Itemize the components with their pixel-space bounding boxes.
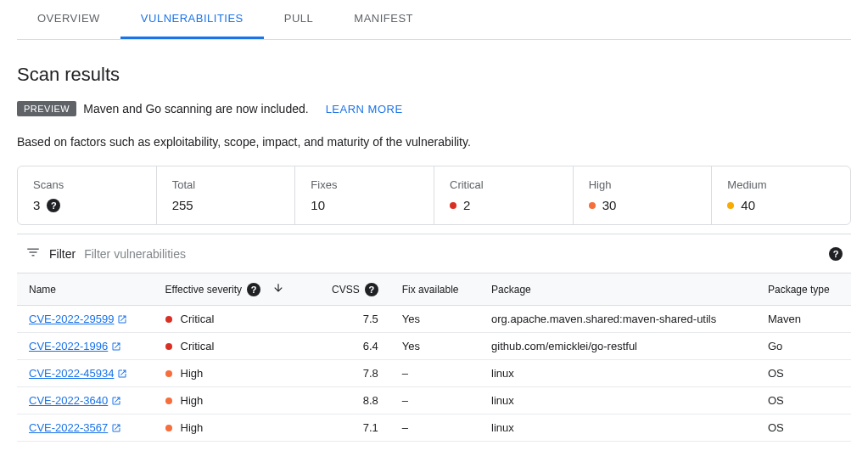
package-type-value: OS [756, 387, 851, 414]
stat-high: High 30 [574, 166, 713, 224]
severity-text: High [181, 367, 204, 380]
table-row: CVE-2021-3864 High7–linuxOS [17, 442, 851, 452]
filter-input[interactable] [84, 247, 820, 261]
cve-link[interactable]: CVE-2022-3640 [29, 394, 121, 407]
stat-critical: Critical 2 [434, 166, 574, 224]
preview-badge: PREVIEW [17, 101, 76, 116]
col-name[interactable]: Name [17, 273, 154, 306]
severity-cell: High [165, 421, 300, 434]
package-value: org.apache.maven.shared:maven-shared-uti… [479, 306, 756, 333]
severity-dot-icon [165, 343, 172, 350]
stat-value: 3 [33, 198, 40, 212]
preview-banner: PREVIEW Maven and Go scanning are now in… [17, 101, 851, 116]
table-row: CVE-2022-45934 High7.8–linuxOS [17, 360, 851, 387]
cvss-value: 7 [312, 442, 390, 452]
col-cvss-label: CVSS [332, 284, 360, 296]
help-icon[interactable]: ? [365, 283, 378, 296]
table-row: CVE-2022-29599 Critical7.5Yesorg.apache.… [17, 306, 851, 333]
filter-bar: Filter ? [17, 234, 851, 273]
package-value: github.com/emicklei/go-restful [479, 333, 756, 360]
stats-card: Scans 3 ? Total 255 Fixes 10 Critical 2 … [17, 166, 851, 225]
fix-value: – [390, 442, 479, 452]
vulnerabilities-table: Name Effective severity ? CVSS ? Fix ava… [17, 273, 851, 451]
fix-value: – [390, 387, 479, 414]
stat-scans: Scans 3 ? [18, 166, 157, 224]
package-type-value: OS [756, 414, 851, 442]
stat-fixes: Fixes 10 [295, 166, 434, 224]
cvss-value: 8.8 [312, 387, 390, 414]
fix-value: – [390, 360, 479, 387]
severity-dot-critical-icon [450, 202, 456, 209]
stat-label: Critical [450, 178, 557, 191]
cvss-value: 7.8 [312, 360, 390, 387]
filter-icon[interactable] [25, 245, 41, 262]
package-value: linux [479, 360, 756, 387]
stat-value: 2 [463, 198, 470, 212]
cvss-value: 7.1 [312, 414, 390, 442]
stat-label: High [589, 178, 697, 191]
tab-vulnerabilities[interactable]: VULNERABILITIES [120, 0, 264, 39]
col-severity[interactable]: Effective severity ? [154, 273, 312, 306]
fix-value: – [390, 414, 479, 442]
severity-text: High [181, 421, 204, 434]
cve-link[interactable]: CVE-2022-29599 [29, 313, 127, 325]
severity-dot-icon [165, 370, 172, 377]
stat-medium: Medium 40 [712, 166, 850, 224]
help-icon[interactable]: ? [47, 199, 60, 212]
severity-dot-high-icon [589, 202, 596, 209]
stat-label: Fixes [311, 178, 418, 191]
page-title: Scan results [17, 64, 851, 86]
severity-cell: Critical [165, 340, 300, 352]
severity-cell: Critical [165, 313, 300, 325]
package-type-value: OS [756, 360, 851, 387]
stat-total: Total 255 [157, 166, 296, 224]
description-text: Based on factors such as exploitability,… [17, 135, 851, 149]
severity-dot-icon [165, 425, 172, 431]
package-type-value: OS [756, 442, 851, 452]
cvss-value: 6.4 [312, 333, 390, 360]
stat-value: 255 [172, 198, 193, 212]
stat-label: Medium [727, 178, 835, 191]
col-fix[interactable]: Fix available [390, 273, 479, 306]
table-row: CVE-2022-1996 Critical6.4Yesgithub.com/e… [17, 333, 851, 360]
stat-value: 10 [311, 198, 325, 212]
severity-dot-icon [165, 397, 172, 404]
cve-link[interactable]: CVE-2022-45934 [29, 367, 127, 380]
severity-cell: High [165, 394, 300, 407]
severity-cell: High [165, 367, 300, 380]
tab-bar: OVERVIEW VULNERABILITIES PULL MANIFEST [17, 0, 851, 40]
stat-value: 30 [602, 198, 617, 212]
severity-text: Critical [181, 313, 215, 325]
cvss-value: 7.5 [312, 306, 390, 333]
stat-value: 40 [741, 198, 755, 212]
package-type-value: Maven [756, 306, 851, 333]
stat-label: Total [172, 178, 280, 191]
cve-link[interactable]: CVE-2022-3567 [29, 421, 121, 434]
cve-link[interactable]: CVE-2022-1996 [29, 340, 121, 352]
severity-text: Critical [181, 340, 215, 352]
severity-text: High [181, 394, 204, 407]
fix-value: Yes [390, 306, 479, 333]
table-row: CVE-2022-3567 High7.1–linuxOS [17, 414, 851, 442]
package-value: linux [479, 442, 756, 452]
filter-label: Filter [49, 247, 76, 261]
package-value: linux [479, 414, 756, 442]
fix-value: Yes [390, 333, 479, 360]
tab-manifest[interactable]: MANIFEST [333, 0, 434, 39]
preview-text: Maven and Go scanning are now included. [83, 102, 308, 116]
tab-overview[interactable]: OVERVIEW [17, 0, 120, 39]
help-icon[interactable]: ? [829, 247, 843, 261]
severity-dot-icon [165, 316, 172, 323]
table-row: CVE-2022-3640 High8.8–linuxOS [17, 387, 851, 414]
col-package[interactable]: Package [479, 273, 756, 306]
tab-pull[interactable]: PULL [264, 0, 334, 39]
col-package-type[interactable]: Package type [756, 273, 851, 306]
col-severity-label: Effective severity [165, 284, 242, 296]
help-icon[interactable]: ? [247, 283, 260, 296]
learn-more-link[interactable]: LEARN MORE [326, 103, 403, 116]
severity-dot-medium-icon [727, 202, 734, 209]
stat-label: Scans [33, 178, 141, 191]
package-value: linux [479, 387, 756, 414]
col-cvss[interactable]: CVSS ? [312, 273, 390, 306]
sort-descending-icon[interactable] [272, 282, 284, 296]
